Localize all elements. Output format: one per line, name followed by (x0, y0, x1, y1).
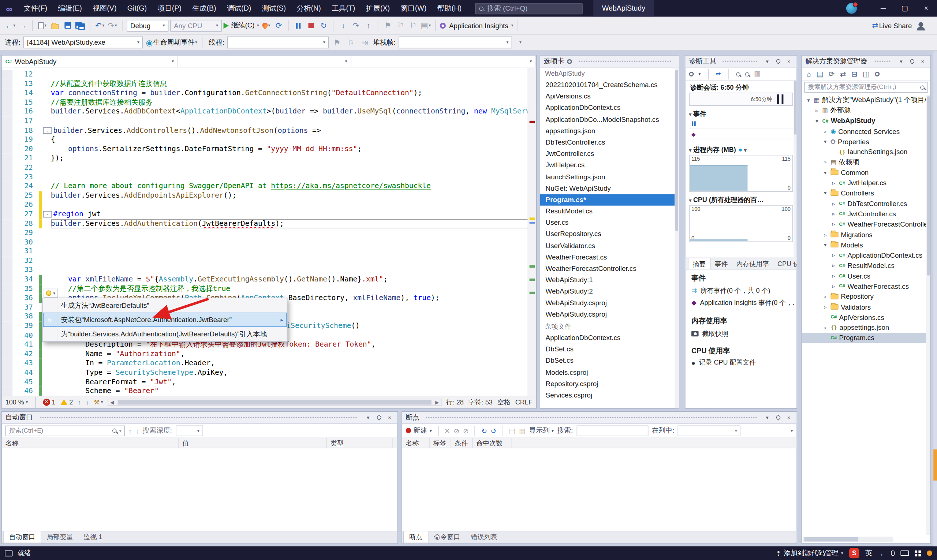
menu-item-11[interactable]: 窗口(W) (395, 0, 432, 17)
bp-incol-input[interactable]: ▾ (678, 425, 740, 436)
show-all-files-icon[interactable]: ◫ (863, 69, 870, 78)
member-dropdown[interactable]: ▾ (351, 55, 536, 68)
expander-icon[interactable]: ▾ (814, 118, 820, 124)
code-line-19[interactable]: 19{ (2, 135, 536, 144)
breakpoint-margin[interactable] (2, 266, 12, 275)
tree-item[interactable]: ▹C#User.cs (802, 271, 926, 281)
breakpoint-margin[interactable] (2, 145, 12, 154)
back-icon[interactable]: ⌂ (807, 69, 811, 78)
error-count[interactable]: ✕1 (43, 398, 55, 406)
settings-gear-icon[interactable] (689, 71, 694, 76)
group-icon[interactable]: ▦ (519, 426, 526, 435)
next-issue-button[interactable]: ↓ (86, 398, 89, 406)
tree-item[interactable]: ▾C#WebApiStudy (802, 115, 926, 126)
fold-toggle-icon[interactable]: - (43, 211, 52, 217)
breakpoint-margin[interactable] (2, 154, 12, 163)
autos-column-1[interactable]: 值 (178, 438, 327, 448)
expander-icon[interactable]: ▹ (831, 222, 836, 227)
breakpoint-margin[interactable] (2, 89, 12, 98)
diagnostics-tab-3[interactable]: CPU 使用率 (773, 258, 797, 270)
document-tab[interactable]: WebApiStudy:1 (540, 274, 675, 286)
all-events-link[interactable]: ⇉所有事件(0 个，共 0 个) (691, 286, 794, 295)
tree-item[interactable]: ▹C#ApplicationDbContext.cs (802, 250, 926, 260)
menu-item-8[interactable]: 分析(N) (291, 0, 326, 17)
breakpoint-margin[interactable] (2, 285, 12, 294)
expander-icon[interactable]: ▹ (822, 232, 828, 237)
type-dropdown[interactable]: ▾ (178, 55, 351, 68)
breakpoint-margin[interactable] (2, 116, 12, 126)
scroll-left-icon[interactable]: ◀ (108, 400, 115, 405)
code-area[interactable]: 1213//从配置文件中获取数据库连接信息14var connectionStr… (2, 68, 536, 395)
close-button[interactable]: × (915, 0, 937, 17)
document-tab[interactable]: ApplicationDbCo...ModelSnapshot.cs (540, 114, 675, 125)
document-tab[interactable]: 20221020101704_CreateSchema.cs (540, 79, 675, 91)
document-tab[interactable]: Repository.csproj (540, 378, 675, 389)
code-line-20[interactable]: 20 options.SerializerSettings.DateFormat… (2, 145, 536, 154)
breakpoint-margin[interactable] (2, 172, 12, 182)
tree-item[interactable]: ▹▥外部源 (802, 105, 926, 115)
document-tab[interactable]: WebApiStudy.csproj (540, 309, 675, 320)
breakpoint-margin[interactable] (2, 126, 12, 135)
column-indicator[interactable]: 字符: 53 (469, 398, 493, 407)
code-line-15[interactable]: 15//需要注册数据库连接相关服务 (2, 98, 536, 107)
expander-icon[interactable]: ▾ (822, 242, 828, 248)
columns-icon[interactable]: ▤ (509, 426, 516, 435)
bp-column-3[interactable]: 命中次数 (472, 438, 512, 448)
account-avatar[interactable] (846, 3, 857, 14)
expander-icon[interactable]: ▹ (831, 283, 836, 289)
show-columns-button[interactable]: 显示列▾ (529, 426, 554, 435)
quick-action-item-1[interactable]: N安装包“Microsoft.AspNetCore.Authentication… (43, 312, 287, 327)
breakpoint-margin[interactable] (2, 368, 12, 377)
quick-search-box[interactable]: 搜索 (Ctrl+Q) (475, 3, 583, 14)
tree-item[interactable]: ▾Controllers (802, 188, 926, 198)
editor-scrollbar[interactable] (528, 68, 536, 395)
toolbar-overflow-button[interactable]: ▾ (515, 36, 526, 49)
window-edge-scrollbar[interactable] (933, 51, 937, 546)
tree-item[interactable]: {}launchSettings.json (802, 147, 926, 157)
quick-action-item-2[interactable]: 为“builder.Services.AddAuthentication(Jwt… (43, 327, 287, 341)
collapse-all-icon[interactable]: ⊟ (851, 69, 857, 78)
breakpoint-margin[interactable] (2, 275, 12, 284)
save-button[interactable] (62, 18, 73, 32)
maximize-button[interactable]: ▢ (894, 0, 915, 17)
code-line-21[interactable]: 21}); (2, 154, 536, 163)
solution-hscrollbar[interactable] (803, 537, 893, 542)
warning-count[interactable]: 2 (60, 398, 73, 406)
code-line-42[interactable]: 42 Name = "Authorization", (2, 349, 536, 359)
live-share-button[interactable]: ⇄Live Share (872, 18, 912, 32)
menu-item-9[interactable]: 工具(T) (326, 0, 361, 17)
menu-item-7[interactable]: 测试(S) (257, 0, 291, 17)
expander-icon[interactable]: ▹ (822, 128, 828, 134)
tree-item[interactable]: C#Program.cs (802, 333, 926, 343)
breakpoints-tab-0[interactable]: 断点 (403, 531, 429, 543)
flag-filter-button[interactable]: ⚐ (346, 36, 356, 49)
export-breakpoints-icon[interactable]: ↻ (481, 426, 487, 435)
zoom-in-icon[interactable] (736, 70, 740, 78)
window-position-icon[interactable]: ▾ (897, 58, 906, 64)
document-tab[interactable]: WebApiStudy.csproj (540, 297, 675, 309)
properties-icon[interactable] (875, 69, 880, 78)
menu-item-4[interactable]: 项目(P) (152, 0, 187, 17)
save-all-button[interactable] (75, 18, 85, 32)
reset-view-icon[interactable]: ▥ (754, 70, 760, 78)
disable-all-icon[interactable]: ⊘ (463, 426, 469, 435)
document-tab[interactable]: launchSettings.json (540, 171, 675, 183)
breakpoints-tab-1[interactable]: 命令窗口 (429, 531, 466, 543)
thread-combo[interactable]: ▾ (227, 37, 329, 49)
tree-item[interactable]: ▾Properties (802, 137, 926, 147)
code-line-16[interactable]: 16builder.Services.AddDbContext<Applicat… (2, 107, 536, 116)
breakpoint-margin[interactable] (2, 349, 12, 359)
events-section-header[interactable]: ▾事件 (689, 109, 706, 118)
expander-icon[interactable]: ▹ (822, 325, 828, 331)
expander-icon[interactable]: ▹ (831, 262, 836, 268)
autos-tab-2[interactable]: 监视 1 (78, 531, 108, 543)
code-line-43[interactable]: 43 In = ParameterLocation.Header, (2, 359, 536, 368)
breakpoint-margin[interactable] (2, 79, 12, 89)
close-icon[interactable]: × (919, 58, 927, 64)
close-icon[interactable]: × (385, 414, 394, 420)
bp-column-2[interactable]: 条件 (451, 438, 473, 448)
document-tab[interactable]: ResultModel.cs (540, 206, 675, 217)
breakpoint-margin[interactable] (2, 219, 12, 228)
tree-item[interactable]: ▹C#ResultModel.cs (802, 261, 926, 271)
window-position-icon[interactable]: ▾ (763, 414, 772, 420)
